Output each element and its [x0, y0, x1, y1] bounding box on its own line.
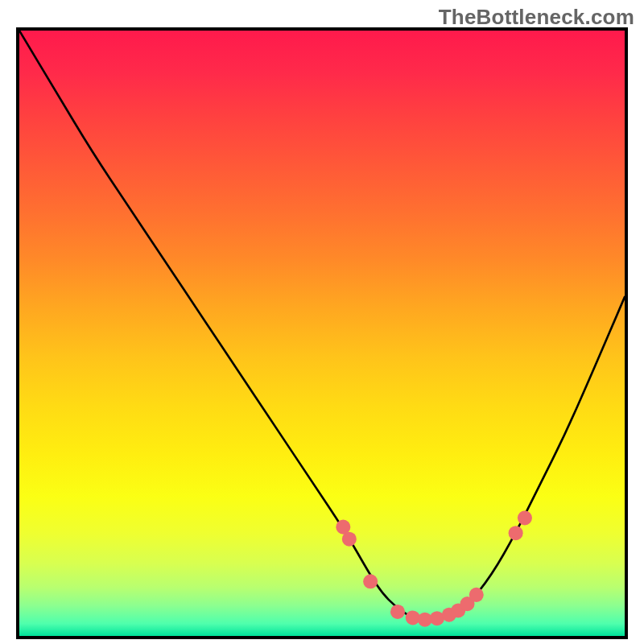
chart-plot-area — [16, 27, 628, 639]
chart-container: TheBottleneck.com — [0, 0, 644, 644]
marker-point — [518, 510, 532, 525]
watermark-text: TheBottleneck.com — [439, 5, 634, 30]
marker-points — [336, 510, 532, 626]
marker-point — [390, 605, 405, 619]
marker-point — [509, 526, 523, 540]
chart-svg — [19, 31, 625, 636]
curve-line — [19, 31, 625, 620]
marker-point — [469, 588, 484, 602]
marker-point — [363, 574, 378, 588]
marker-point — [342, 532, 357, 547]
